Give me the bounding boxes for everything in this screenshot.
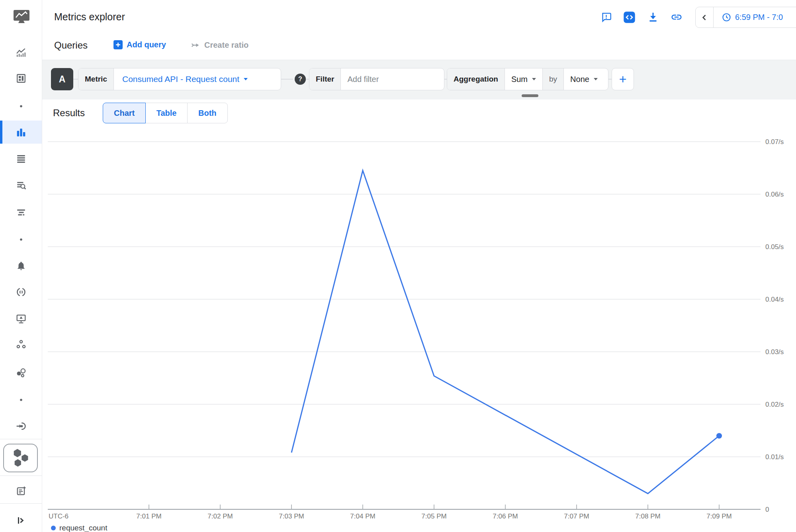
bar-chart-icon: [16, 127, 26, 137]
svg-text:0.07/s: 0.07/s: [765, 138, 784, 146]
sidebar-item-uptime-checks[interactable]: [0, 281, 42, 303]
svg-text:UTC-6: UTC-6: [49, 513, 68, 520]
sidebar-separator: [0, 475, 42, 476]
brackets-circle-icon: [16, 287, 26, 297]
sidebar-item-collapsed-2[interactable]: [0, 228, 42, 251]
svg-text:7:06 PM: 7:06 PM: [493, 513, 518, 520]
legend-label: request_count: [59, 524, 107, 532]
sidebar-item-collapsed-3[interactable]: [0, 389, 42, 411]
monitoring-logo-icon: [13, 10, 30, 25]
svg-text:0.05/s: 0.05/s: [765, 243, 784, 251]
sidebar-separator: [0, 439, 42, 439]
search-list-icon: [16, 180, 26, 190]
sidebar-item-trace[interactable]: [0, 201, 42, 224]
dashboard-icon: [16, 73, 26, 84]
svg-text:7:09 PM: 7:09 PM: [706, 513, 731, 520]
sidebar-item-gke-hexagons[interactable]: [3, 444, 38, 472]
sidebar-separator: [0, 503, 42, 504]
stacked-lines-icon: [16, 153, 26, 164]
sidebar-item-log-search[interactable]: [0, 174, 42, 196]
sidebar-item-collapsed-1[interactable]: [0, 95, 42, 117]
svg-text:7:03 PM: 7:03 PM: [279, 513, 304, 520]
results-chart[interactable]: 00.01/s0.02/s0.03/s0.04/s0.05/s0.06/s0.0…: [0, 0, 796, 532]
svg-text:7:08 PM: 7:08 PM: [635, 513, 660, 520]
dot-icon: [20, 398, 23, 401]
dot-icon: [20, 238, 23, 241]
bell-icon: [16, 261, 26, 271]
line-chart-icon: [16, 47, 26, 58]
three-circles-icon: [16, 339, 26, 349]
svg-text:7:02 PM: 7:02 PM: [207, 513, 233, 520]
svg-text:7:07 PM: 7:07 PM: [564, 513, 589, 520]
monitor-upload-icon: [16, 314, 26, 324]
sidebar-item-vm-monitoring[interactable]: [0, 308, 42, 330]
sidebar-item-dashboards[interactable]: [0, 67, 42, 90]
bubble-cluster-icon: [16, 368, 26, 378]
svg-text:7:01 PM: 7:01 PM: [136, 513, 161, 520]
sidebar-item-release-notes[interactable]: [0, 480, 42, 502]
legend-swatch: [51, 526, 56, 530]
dot-icon: [20, 105, 23, 108]
svg-text:0.02/s: 0.02/s: [765, 401, 784, 408]
svg-text:0.03/s: 0.03/s: [765, 348, 784, 356]
svg-text:0.04/s: 0.04/s: [765, 296, 784, 303]
expand-nav-icon: [16, 515, 26, 526]
sidebar: [0, 0, 42, 532]
legend-item-request-count[interactable]: request_count: [51, 524, 107, 532]
sidebar-item-metrics-explorer[interactable]: [0, 121, 42, 143]
sidebar-expand-toggle[interactable]: [0, 509, 42, 532]
note-add-icon: [16, 486, 26, 496]
sidebar-item-groups[interactable]: [0, 333, 42, 355]
sidebar-item-anomalies[interactable]: [0, 362, 42, 384]
svg-text:7:04 PM: 7:04 PM: [350, 513, 375, 520]
sidebar-item-list[interactable]: [0, 147, 42, 170]
sidebar-item-alerting[interactable]: [0, 255, 42, 277]
metrics-explorer-page: Metrics explorer: [0, 0, 796, 532]
sidebar-item-integrations[interactable]: [0, 415, 42, 437]
arrow-into-circle-icon: [16, 421, 26, 431]
hexagons-icon: [9, 447, 32, 469]
sidebar-item-overview[interactable]: [0, 41, 42, 64]
svg-text:0: 0: [765, 506, 769, 513]
svg-text:0.01/s: 0.01/s: [765, 453, 784, 461]
svg-text:7:05 PM: 7:05 PM: [421, 513, 446, 520]
trace-spans-icon: [16, 207, 26, 218]
tab-chart[interactable]: Chart: [103, 103, 146, 123]
svg-text:0.06/s: 0.06/s: [765, 191, 784, 198]
